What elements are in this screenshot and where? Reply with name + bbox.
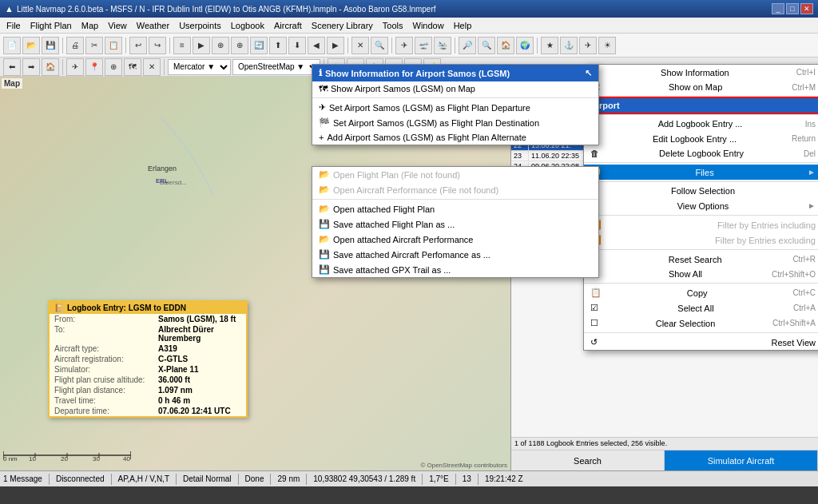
tb-redo[interactable]: ↪ [149, 37, 166, 54]
tb-anchor[interactable]: ⚓ [560, 37, 578, 54]
separator [584, 215, 818, 216]
ctx-select-all[interactable]: ☑ Select All Ctrl+A [584, 300, 818, 315]
tb-fp9[interactable]: ▶ [327, 37, 344, 54]
map-theme-dropdown[interactable]: OpenStreetMap ▼ OpenTopoMap [232, 59, 320, 75]
tb2-7[interactable]: 🗺 [124, 58, 141, 76]
ctx-open-fp-notfound: 📂 Open Flight Plan (File not found) [312, 167, 598, 182]
ctx-follow-selection[interactable]: Follow Selection [584, 184, 818, 198]
simulator-aircraft-button[interactable]: Simulator Aircraft [665, 450, 818, 470]
lb-row-from: From: Samos (LGSM), 18 ft [50, 314, 246, 324]
tb-print[interactable]: 🖨 [66, 37, 84, 54]
tb-plane[interactable]: ✈ [579, 37, 597, 54]
ctx-save-attached-perf[interactable]: 💾 Save attached Aircraft Perfomance as .… [312, 247, 598, 262]
ctx-add-alternate[interactable]: + Add Airport Samos (LGSM) as Flight Pla… [312, 130, 598, 145]
tb-sun[interactable]: ☀ [598, 37, 616, 54]
ctx-edit-logbook[interactable]: ✏ Edit Logbook Entry ... Return [584, 131, 818, 146]
tb-zoom-out[interactable]: 🔍 [478, 37, 495, 54]
tb2-3[interactable]: 🏠 [42, 58, 59, 76]
tb-fp5[interactable]: 🔄 [250, 37, 268, 54]
menu-userpoints[interactable]: Userpoints [174, 19, 226, 32]
maximize-button[interactable]: □ [786, 3, 799, 14]
tb-zoom-in[interactable]: 🔎 [459, 37, 476, 54]
tb-fp7[interactable]: ⬇ [288, 37, 306, 54]
ctx-copy[interactable]: 📋 Copy Ctrl+C [584, 285, 818, 300]
ctx-show-on-map[interactable]: 🗺 Show on Map Ctrl+M [584, 80, 818, 94]
separator [164, 59, 165, 75]
separator [312, 97, 598, 98]
tb2-8[interactable]: ✕ [143, 58, 161, 76]
ctx-open-attached-fp[interactable]: 📂 Open attached Flight Plan [312, 201, 598, 216]
tb2-5[interactable]: 📍 [85, 58, 103, 76]
tb-new[interactable]: 📄 [3, 37, 21, 54]
delete-icon: 🗑 [590, 149, 599, 158]
separator [584, 96, 818, 97]
tb-fp4[interactable]: ⊕ [231, 37, 248, 54]
separator [478, 474, 478, 485]
tb-globe[interactable]: 🌍 [516, 37, 534, 54]
menu-weather[interactable]: Weather [132, 19, 174, 32]
menu-help[interactable]: Help [449, 19, 477, 32]
ctx-show-map[interactable]: 🗺 Show Airport Samos (LGSM) on Map [312, 81, 598, 96]
tb2-6[interactable]: ⊕ [105, 58, 122, 76]
tb-ac2[interactable]: 🛫 [415, 37, 432, 54]
ctx-clear-selection[interactable]: ☐ Clear Selection Ctrl+Shift+A [584, 315, 818, 331]
tb2-1[interactable]: ⬅ [3, 58, 21, 76]
tb-fp6[interactable]: ⬆ [269, 37, 287, 54]
tb-search[interactable]: 🔍 [371, 37, 388, 54]
lb-row-acreg: Aircraft registration: C-GTLS [50, 354, 246, 364]
ctx-view-options[interactable]: ⚙ View Options ► [584, 198, 818, 213]
separator [537, 38, 538, 54]
window-controls[interactable]: _ □ ✕ [772, 3, 813, 14]
minimize-button[interactable]: _ [772, 3, 784, 14]
ctx-airport-section[interactable]: Airport [584, 98, 818, 113]
lb-row-sim: Simulator: X-Plane 11 [50, 364, 246, 375]
close-button[interactable]: ✕ [800, 3, 813, 14]
tb-ac1[interactable]: ✈ [395, 37, 413, 54]
tb-star[interactable]: ★ [541, 37, 558, 54]
menu-aircraft[interactable]: Aircraft [269, 19, 307, 32]
menu-map[interactable]: Map [77, 19, 103, 32]
tb-cut[interactable]: ✂ [85, 37, 103, 54]
tb-del[interactable]: ✕ [351, 37, 369, 54]
menu-logbook[interactable]: Logbook [226, 19, 269, 32]
tb-home[interactable]: 🏠 [497, 37, 514, 54]
ctx-save-attached-fp[interactable]: 💾 Save attached Flight Plan as ... [312, 216, 598, 232]
tb2-4[interactable]: ✈ [66, 58, 84, 76]
open-icon: 📂 [319, 234, 330, 244]
ctx-set-departure[interactable]: ✈ Set Airport Samos (LGSM) as Flight Pla… [312, 100, 598, 115]
tb-fp1[interactable]: ≡ [173, 37, 191, 54]
tb-fp2[interactable]: ▶ [193, 37, 210, 54]
ctx-set-destination[interactable]: 🏁 Set Airport Samos (LGSM) as Flight Pla… [312, 115, 598, 130]
ctx-reset-search[interactable]: ↺ Reset Search Ctrl+R [584, 252, 818, 267]
ctx-add-logbook[interactable]: + Add Logbook Entry ... Ins [584, 117, 818, 131]
ctx-delete-logbook[interactable]: 🗑 Delete Logbook Entry Del [584, 146, 818, 161]
menu-window[interactable]: Window [408, 19, 449, 32]
ctx-save-gpx[interactable]: 💾 Save attached GPX Trail as ... [312, 262, 598, 277]
menu-flightplan[interactable]: Flight Plan [26, 19, 77, 32]
ctx-filter-including: 🔽 Filter by Entries including [584, 217, 818, 232]
ctx-show-information[interactable]: ℹ Show Information Ctrl+I [584, 65, 818, 80]
clear-sel-icon: ☐ [590, 318, 598, 328]
select-all-icon: ☑ [590, 303, 598, 313]
ctx-reset-view[interactable]: ↺ Reset View [584, 335, 818, 350]
ctx-show-all[interactable]: 👁 Show All Ctrl+Shift+O [584, 267, 818, 281]
menu-scenery[interactable]: Scenery Library [307, 19, 378, 32]
tb-undo[interactable]: ↩ [129, 37, 147, 54]
tb-save[interactable]: 💾 [42, 37, 59, 54]
tb2-2[interactable]: ➡ [22, 58, 40, 76]
tb-fp3[interactable]: ⊕ [212, 37, 229, 54]
tb-open[interactable]: 📂 [22, 37, 40, 54]
ctx-files-menu[interactable]: 📁 Files ► [584, 165, 818, 180]
menu-tools[interactable]: Tools [378, 19, 408, 32]
tb-fp8[interactable]: ◀ [308, 37, 325, 54]
context-menu-files: 📂 Open Flight Plan (File not found) 📂 Op… [312, 166, 599, 278]
tb-ac3[interactable]: 🛬 [434, 37, 451, 54]
search-button[interactable]: Search [511, 450, 665, 470]
detail-level: Detail Normal [183, 474, 232, 483]
projection-dropdown[interactable]: Mercator ▼ Spherical [168, 59, 231, 75]
tb-copy[interactable]: 📋 [105, 37, 122, 54]
menu-file[interactable]: File [2, 19, 26, 32]
menu-view[interactable]: View [103, 19, 132, 32]
ctx-open-attached-perf[interactable]: 📂 Open attached Aircraft Performance [312, 232, 598, 247]
toolbar-main: 📄 📂 💾 🖨 ✂ 📋 ↩ ↪ ≡ ▶ ⊕ ⊕ 🔄 ⬆ ⬇ ◀ ▶ ✕ 🔍 ✈ … [0, 34, 818, 58]
